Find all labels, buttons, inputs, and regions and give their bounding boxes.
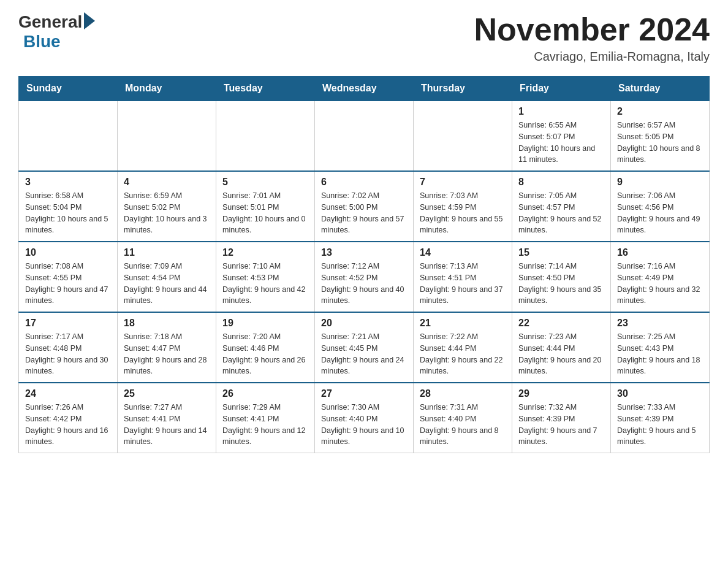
calendar-cell: 22Sunrise: 7:23 AMSunset: 4:44 PMDayligh… (512, 312, 611, 383)
calendar-cell: 1Sunrise: 6:55 AMSunset: 5:07 PMDaylight… (512, 101, 611, 171)
day-info: Sunrise: 7:27 AMSunset: 4:41 PMDaylight:… (124, 402, 210, 448)
day-number: 21 (420, 318, 506, 329)
day-info: Sunrise: 7:30 AMSunset: 4:40 PMDaylight:… (321, 402, 407, 448)
calendar-header-sunday: Sunday (19, 77, 118, 101)
month-title: November 2024 (474, 12, 710, 47)
day-number: 1 (518, 106, 604, 117)
day-info: Sunrise: 7:16 AMSunset: 4:49 PMDaylight:… (617, 261, 703, 307)
calendar-cell: 19Sunrise: 7:20 AMSunset: 4:46 PMDayligh… (216, 312, 315, 383)
calendar-cell: 5Sunrise: 7:01 AMSunset: 5:01 PMDaylight… (216, 171, 315, 242)
logo-blue-text: Blue (23, 32, 61, 52)
calendar-cell: 6Sunrise: 7:02 AMSunset: 5:00 PMDaylight… (315, 171, 414, 242)
calendar-cell: 10Sunrise: 7:08 AMSunset: 4:55 PMDayligh… (19, 242, 118, 312)
day-info: Sunrise: 6:58 AMSunset: 5:04 PMDaylight:… (25, 190, 111, 236)
day-info: Sunrise: 6:55 AMSunset: 5:07 PMDaylight:… (518, 120, 604, 166)
day-info: Sunrise: 6:59 AMSunset: 5:02 PMDaylight:… (124, 190, 210, 236)
calendar-cell: 21Sunrise: 7:22 AMSunset: 4:44 PMDayligh… (414, 312, 512, 383)
day-info: Sunrise: 7:22 AMSunset: 4:44 PMDaylight:… (420, 331, 506, 377)
calendar-cell: 24Sunrise: 7:26 AMSunset: 4:42 PMDayligh… (19, 383, 118, 453)
location: Cavriago, Emilia-Romagna, Italy (474, 50, 710, 64)
day-info: Sunrise: 7:05 AMSunset: 4:57 PMDaylight:… (518, 190, 604, 236)
day-info: Sunrise: 7:10 AMSunset: 4:53 PMDaylight:… (222, 261, 308, 307)
calendar-cell: 11Sunrise: 7:09 AMSunset: 4:54 PMDayligh… (118, 242, 216, 312)
day-info: Sunrise: 7:26 AMSunset: 4:42 PMDaylight:… (25, 402, 111, 448)
day-info: Sunrise: 7:23 AMSunset: 4:44 PMDaylight:… (518, 331, 604, 377)
day-number: 9 (617, 177, 703, 188)
day-number: 18 (124, 318, 210, 329)
logo: General Blue (18, 12, 95, 52)
calendar-cell: 15Sunrise: 7:14 AMSunset: 4:50 PMDayligh… (512, 242, 611, 312)
day-info: Sunrise: 7:33 AMSunset: 4:39 PMDaylight:… (617, 402, 703, 448)
day-number: 30 (617, 388, 703, 399)
day-number: 28 (420, 388, 506, 399)
calendar-week-row: 17Sunrise: 7:17 AMSunset: 4:48 PMDayligh… (19, 312, 710, 383)
day-number: 5 (222, 177, 308, 188)
day-number: 19 (222, 318, 308, 329)
day-info: Sunrise: 7:21 AMSunset: 4:45 PMDaylight:… (321, 331, 407, 377)
day-number: 10 (25, 247, 111, 258)
logo-general-text: General (18, 12, 82, 32)
calendar-cell: 27Sunrise: 7:30 AMSunset: 4:40 PMDayligh… (315, 383, 414, 453)
day-number: 29 (518, 388, 604, 399)
calendar-cell: 23Sunrise: 7:25 AMSunset: 4:43 PMDayligh… (611, 312, 710, 383)
calendar-cell (414, 101, 512, 171)
day-number: 2 (617, 106, 703, 117)
day-info: Sunrise: 7:13 AMSunset: 4:51 PMDaylight:… (420, 261, 506, 307)
day-info: Sunrise: 7:09 AMSunset: 4:54 PMDaylight:… (124, 261, 210, 307)
logo-arrow-icon (84, 12, 95, 29)
calendar-cell: 8Sunrise: 7:05 AMSunset: 4:57 PMDaylight… (512, 171, 611, 242)
calendar-week-row: 10Sunrise: 7:08 AMSunset: 4:55 PMDayligh… (19, 242, 710, 312)
day-number: 24 (25, 388, 111, 399)
day-info: Sunrise: 7:31 AMSunset: 4:40 PMDaylight:… (420, 402, 506, 448)
day-number: 14 (420, 247, 506, 258)
day-number: 12 (222, 247, 308, 258)
day-number: 4 (124, 177, 210, 188)
day-number: 15 (518, 247, 604, 258)
day-info: Sunrise: 7:01 AMSunset: 5:01 PMDaylight:… (222, 190, 308, 236)
calendar-cell: 14Sunrise: 7:13 AMSunset: 4:51 PMDayligh… (414, 242, 512, 312)
page-header: General Blue November 2024 Cavriago, Emi… (18, 12, 710, 64)
day-info: Sunrise: 7:03 AMSunset: 4:59 PMDaylight:… (420, 190, 506, 236)
day-info: Sunrise: 7:02 AMSunset: 5:00 PMDaylight:… (321, 190, 407, 236)
calendar-header-wednesday: Wednesday (315, 77, 414, 101)
day-info: Sunrise: 7:08 AMSunset: 4:55 PMDaylight:… (25, 261, 111, 307)
calendar-cell: 9Sunrise: 7:06 AMSunset: 4:56 PMDaylight… (611, 171, 710, 242)
day-number: 27 (321, 388, 407, 399)
calendar-cell: 20Sunrise: 7:21 AMSunset: 4:45 PMDayligh… (315, 312, 414, 383)
calendar-cell: 12Sunrise: 7:10 AMSunset: 4:53 PMDayligh… (216, 242, 315, 312)
calendar-header-thursday: Thursday (414, 77, 512, 101)
day-number: 23 (617, 318, 703, 329)
day-info: Sunrise: 7:14 AMSunset: 4:50 PMDaylight:… (518, 261, 604, 307)
calendar-cell: 7Sunrise: 7:03 AMSunset: 4:59 PMDaylight… (414, 171, 512, 242)
day-info: Sunrise: 7:25 AMSunset: 4:43 PMDaylight:… (617, 331, 703, 377)
day-number: 20 (321, 318, 407, 329)
calendar-cell (118, 101, 216, 171)
calendar-week-row: 24Sunrise: 7:26 AMSunset: 4:42 PMDayligh… (19, 383, 710, 453)
day-number: 25 (124, 388, 210, 399)
calendar-cell: 28Sunrise: 7:31 AMSunset: 4:40 PMDayligh… (414, 383, 512, 453)
day-info: Sunrise: 7:20 AMSunset: 4:46 PMDaylight:… (222, 331, 308, 377)
calendar-cell: 13Sunrise: 7:12 AMSunset: 4:52 PMDayligh… (315, 242, 414, 312)
calendar-cell (315, 101, 414, 171)
day-number: 26 (222, 388, 308, 399)
calendar-table: SundayMondayTuesdayWednesdayThursdayFrid… (18, 76, 710, 453)
day-number: 7 (420, 177, 506, 188)
calendar-header-monday: Monday (118, 77, 216, 101)
day-number: 22 (518, 318, 604, 329)
calendar-cell: 26Sunrise: 7:29 AMSunset: 4:41 PMDayligh… (216, 383, 315, 453)
day-number: 17 (25, 318, 111, 329)
day-number: 11 (124, 247, 210, 258)
calendar-week-row: 1Sunrise: 6:55 AMSunset: 5:07 PMDaylight… (19, 101, 710, 171)
calendar-header-tuesday: Tuesday (216, 77, 315, 101)
calendar-cell: 16Sunrise: 7:16 AMSunset: 4:49 PMDayligh… (611, 242, 710, 312)
calendar-cell (19, 101, 118, 171)
calendar-cell: 2Sunrise: 6:57 AMSunset: 5:05 PMDaylight… (611, 101, 710, 171)
day-number: 3 (25, 177, 111, 188)
day-info: Sunrise: 7:06 AMSunset: 4:56 PMDaylight:… (617, 190, 703, 236)
title-block: November 2024 Cavriago, Emilia-Romagna, … (474, 12, 710, 64)
day-info: Sunrise: 7:12 AMSunset: 4:52 PMDaylight:… (321, 261, 407, 307)
calendar-header-friday: Friday (512, 77, 611, 101)
day-number: 8 (518, 177, 604, 188)
calendar-week-row: 3Sunrise: 6:58 AMSunset: 5:04 PMDaylight… (19, 171, 710, 242)
calendar-header-saturday: Saturday (611, 77, 710, 101)
